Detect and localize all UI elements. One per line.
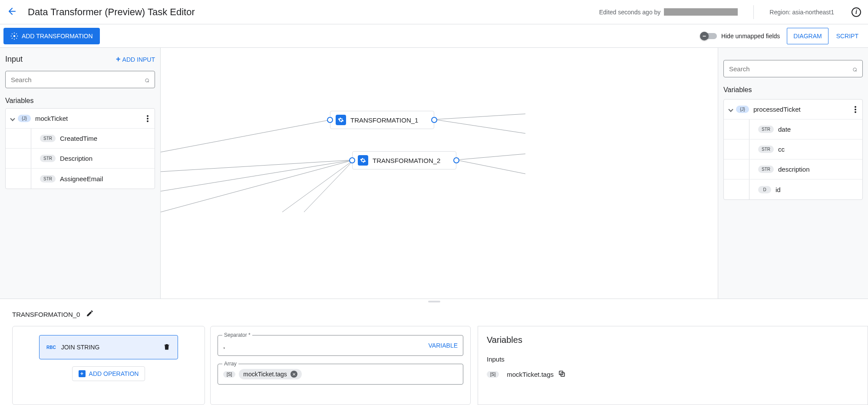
drawer-variables-column: Variables Inputs [S] mockTicket.tags xyxy=(478,326,868,405)
transformation-node-1[interactable]: TRANSFORMATION_1 xyxy=(330,111,434,129)
drawer-header: TRANSFORMATION_0 xyxy=(0,302,868,326)
tree-row[interactable]: STR Description xyxy=(6,149,155,169)
svg-point-0 xyxy=(13,35,16,37)
page-title: Data Transformer (Preview) Task Editor xyxy=(28,7,589,18)
edited-by-label: Edited seconds ago by xyxy=(599,8,738,16)
add-transformation-button[interactable]: ADD TRANSFORMATION xyxy=(3,28,100,44)
chevron-down-icon[interactable] xyxy=(10,116,15,121)
back-arrow-icon[interactable] xyxy=(7,6,17,18)
tree-row-root[interactable]: {J} processedTicket xyxy=(724,100,862,120)
info-icon[interactable]: i xyxy=(851,7,861,17)
tab-diagram[interactable]: DIAGRAM xyxy=(787,28,828,44)
array-field[interactable]: Array [S] mockTicket.tags ✕ xyxy=(218,364,463,385)
view-mode-tabs: DIAGRAM SCRIPT xyxy=(787,28,865,44)
input-tree: {J} mockTicket STR CreatedTime STR Descr… xyxy=(5,108,155,189)
tree-row[interactable]: STR cc xyxy=(724,139,862,159)
input-search[interactable]: ⌕ xyxy=(5,71,155,88)
input-search-field[interactable] xyxy=(11,76,145,83)
hide-unmapped-toggle[interactable]: − Hide unmapped fields xyxy=(701,33,780,40)
type-badge-json: {J} xyxy=(18,115,31,122)
toolbar: ADD TRANSFORMATION − Hide unmapped field… xyxy=(0,24,868,48)
transformation-node-2[interactable]: TRANSFORMATION_2 xyxy=(352,151,456,169)
header-divider xyxy=(753,5,754,19)
app-header: Data Transformer (Preview) Task Editor E… xyxy=(0,0,868,24)
operation-type-badge: RBC xyxy=(46,345,56,350)
svg-line-5 xyxy=(434,114,525,120)
svg-line-4 xyxy=(161,160,354,212)
search-icon: ⌕ xyxy=(145,75,149,84)
gear-icon xyxy=(358,155,368,166)
input-panel-title: Input xyxy=(5,55,23,64)
region-label: Region: asia-northeast1 xyxy=(769,9,834,16)
transformation-editor-drawer: TRANSFORMATION_0 RBC JOIN STRING + ADD O… xyxy=(0,299,868,405)
redacted-user xyxy=(664,8,738,16)
edit-icon[interactable] xyxy=(86,309,94,319)
output-tree: {J} processedTicket STR date STR cc STR xyxy=(723,99,863,200)
output-search[interactable]: ⌕ xyxy=(723,60,863,77)
svg-line-10 xyxy=(282,160,354,212)
output-search-field[interactable] xyxy=(729,65,852,73)
search-icon: ⌕ xyxy=(852,64,857,73)
separator-input[interactable] xyxy=(223,342,429,349)
add-input-button[interactable]: +ADD INPUT xyxy=(116,55,155,64)
gear-icon xyxy=(336,115,346,125)
tree-row[interactable]: STR description xyxy=(724,159,862,179)
output-port[interactable] xyxy=(453,157,459,163)
chevron-down-icon[interactable] xyxy=(728,107,733,112)
main-layout: Input +ADD INPUT ⌕ Variables {J} mockTic… xyxy=(0,48,868,405)
delete-icon[interactable] xyxy=(163,343,171,352)
tree-row-root[interactable]: {J} mockTicket xyxy=(6,109,155,129)
remove-chip-icon[interactable]: ✕ xyxy=(290,371,297,378)
output-variables-label: Variables xyxy=(718,83,868,97)
copy-icon[interactable] xyxy=(558,370,566,379)
operations-column: RBC JOIN STRING + ADD OPERATION xyxy=(12,326,205,405)
tree-row[interactable]: D id xyxy=(724,179,862,199)
svg-line-2 xyxy=(161,160,354,172)
tree-row[interactable]: STR CreatedTime xyxy=(6,129,155,149)
output-port[interactable] xyxy=(431,117,437,123)
array-chip[interactable]: mockTicket.tags ✕ xyxy=(239,369,302,379)
variable-button[interactable]: VARIABLE xyxy=(429,342,458,349)
svg-line-7 xyxy=(456,154,525,160)
input-port[interactable] xyxy=(327,117,333,123)
svg-line-8 xyxy=(456,160,525,174)
more-icon[interactable] xyxy=(144,115,151,122)
drawer-title: TRANSFORMATION_0 xyxy=(12,311,80,318)
input-port[interactable] xyxy=(349,157,355,163)
input-variables-label: Variables xyxy=(0,93,160,108)
svg-line-3 xyxy=(161,160,354,191)
tab-script[interactable]: SCRIPT xyxy=(830,28,865,44)
svg-line-1 xyxy=(161,120,332,152)
operation-config-column: Separator * VARIABLE Array [S] mockTicke… xyxy=(210,326,471,405)
svg-line-9 xyxy=(304,160,354,212)
svg-line-6 xyxy=(434,120,525,133)
operation-card-join-string[interactable]: RBC JOIN STRING xyxy=(39,335,178,359)
tree-row[interactable]: STR date xyxy=(724,120,862,139)
tree-row[interactable]: STR AssigneeEmail xyxy=(6,169,155,189)
drawer-vars-title: Variables xyxy=(487,335,861,345)
add-operation-button[interactable]: + ADD OPERATION xyxy=(72,366,145,381)
separator-field[interactable]: Separator * VARIABLE xyxy=(218,335,463,356)
more-icon[interactable] xyxy=(852,106,859,113)
variable-item[interactable]: [S] mockTicket.tags xyxy=(487,370,861,379)
drawer-inputs-label: Inputs xyxy=(487,355,861,363)
